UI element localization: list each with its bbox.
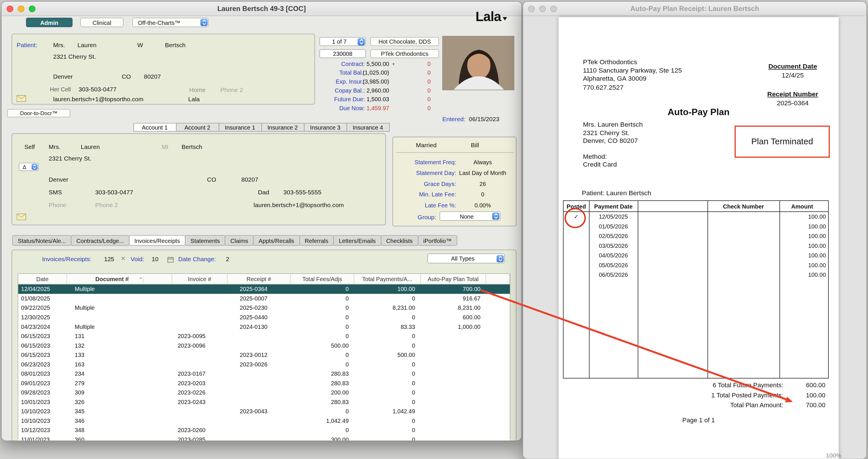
city-field[interactable]: Denver — [53, 73, 73, 80]
col-document[interactable]: Document # ⌃ — [67, 274, 173, 284]
billing-value[interactable]: Last Day of Month — [457, 168, 508, 178]
billing-value[interactable]: 26 — [457, 179, 508, 190]
phone1-field[interactable]: 303-503-0477 — [79, 86, 117, 93]
section-tab[interactable]: Claims — [225, 235, 254, 245]
record-nav-dropdown[interactable]: 1 of 7 — [319, 37, 366, 46]
invoice-row[interactable]: 09/22/2025 Multiple 2025-0230 0 8,231.00… — [18, 303, 510, 313]
invoice-row[interactable]: 12/04/2025 Multiple 2025-0364 0 100.00 7… — [18, 284, 510, 294]
billing-value[interactable]: Always — [457, 157, 508, 168]
group-dropdown[interactable]: None — [439, 211, 500, 221]
phone2-field[interactable]: Phone 2 — [220, 86, 243, 93]
billing-value[interactable]: 0 — [457, 190, 508, 200]
section-tab[interactable]: Appts/Recalls — [253, 235, 300, 245]
phone3-field[interactable]: Phone 2 — [95, 201, 118, 208]
invoice-row[interactable]: 11/01/2023 360 2023-0285 300.00 0 — [18, 435, 510, 441]
invoice-row[interactable]: 01/08/2025 2025-0007 0 0 916.67 — [18, 294, 510, 303]
section-tab[interactable]: Letters/Emails — [333, 235, 381, 245]
section-tab[interactable]: Statements — [185, 235, 225, 245]
patient-label: Patient: — [17, 41, 37, 48]
col-autopay[interactable]: Auto-Pay Plan Total — [421, 274, 486, 284]
email-field[interactable]: lauren.bertsch+1@topsortho.com — [253, 201, 344, 208]
col-fees[interactable]: Total Fees/Adjs — [290, 274, 354, 284]
col-payments[interactable]: Total Payments/A... — [354, 274, 421, 284]
zip-field[interactable]: 80207 — [241, 176, 258, 183]
first-name-field[interactable]: Lauren — [78, 41, 97, 48]
invoice-row[interactable]: 09/01/2023 279 2023-0203 280.83 0 — [18, 379, 510, 388]
first-name-field[interactable]: Lauren — [81, 143, 100, 150]
column-divider — [638, 201, 638, 378]
off-the-charts-dropdown[interactable]: Off-the-Charts™ — [132, 18, 209, 27]
col-invoice[interactable]: Invoice # — [172, 274, 227, 284]
address-selector-dropdown[interactable]: Δ — [19, 163, 39, 171]
tab-clinical[interactable]: Clinical — [80, 18, 123, 27]
account-tab[interactable]: Insurance 3 — [304, 123, 347, 132]
middle-name-field[interactable]: W — [137, 41, 143, 48]
invoice-row[interactable]: 10/10/2023 345 2023-0043 0 1,042.49 — [18, 407, 510, 416]
account-tab[interactable]: Insurance 2 — [261, 123, 304, 132]
chevron-up-down-icon — [32, 164, 38, 170]
last-name-field[interactable]: Bertsch — [165, 41, 185, 48]
relation-field[interactable]: Self — [24, 143, 35, 150]
financial-alt-value: 0 — [405, 59, 431, 68]
email-field[interactable]: lauren.bertsch+1@topsortho.com — [53, 96, 144, 102]
cell-payment-date: 04/05/2026 — [589, 251, 638, 260]
invoice-row[interactable]: 04/23/2024 Multiple 2024-0130 0 83.33 1,… — [18, 322, 510, 332]
section-tab[interactable]: Checklists — [381, 235, 418, 245]
billing-value[interactable]: 0.00% — [457, 200, 508, 211]
zip-field[interactable]: 80207 — [144, 73, 161, 80]
street-field[interactable]: 2321 Cherry St. — [53, 53, 96, 60]
phone1-type[interactable]: Her Cell — [50, 86, 71, 93]
invoice-row[interactable]: 06/15/2023 133 2023-0012 0 500.00 — [18, 350, 510, 360]
practice-button[interactable]: PTek Orthodontics — [370, 49, 439, 58]
last-name-field[interactable]: Bertsch — [182, 143, 202, 150]
patient-id-field[interactable]: 230008 — [319, 49, 366, 58]
desktop: Lauren Bertsch 49-3 [COC] Admin Clinical… — [0, 0, 868, 459]
phone1-field[interactable]: 303-503-0477 — [95, 189, 133, 195]
invoice-row[interactable]: 06/23/2023 163 2023-0026 0 0 — [18, 360, 510, 369]
preferred-name-field[interactable]: Lala — [188, 96, 200, 102]
phone2-type[interactable]: Dad — [258, 189, 269, 195]
section-tab[interactable]: Status/Notes/Ale... — [12, 235, 71, 245]
section-tab[interactable]: iPortfolio™ — [418, 235, 458, 245]
invoice-row[interactable]: 08/01/2023 234 2023-0167 280.83 0 — [18, 369, 510, 379]
invoice-row[interactable]: 06/15/2023 132 2023-0096 500.00 0 — [18, 341, 510, 351]
tab-admin[interactable]: Admin — [26, 18, 73, 27]
phone3-type[interactable]: Phone — [49, 201, 66, 208]
invoice-row[interactable]: 10/01/2023 326 2023-0243 280.83 0 — [18, 397, 510, 407]
state-field[interactable]: CO — [207, 176, 216, 183]
account-tab[interactable]: Account 2 — [176, 123, 219, 132]
invoice-row[interactable]: 09/28/2023 309 2023-0226 200.00 0 — [18, 388, 510, 397]
phone2-field[interactable]: 303-555-5555 — [283, 189, 321, 195]
patient-window: Lauren Bertsch 49-3 [COC] Admin Clinical… — [1, 1, 522, 441]
account-tab[interactable]: Insurance 4 — [346, 123, 390, 132]
street-field[interactable]: 2321 Cherry St. — [49, 155, 91, 162]
middle-name-field[interactable]: MI — [162, 143, 168, 150]
email-envelope-icon[interactable] — [17, 214, 26, 222]
invoice-row[interactable]: 10/10/2023 346 1,042.49 0 — [18, 416, 510, 426]
phone1-type[interactable]: SMS — [49, 189, 62, 195]
door-to-docr-button[interactable]: Door-to-Docr™ — [7, 109, 70, 118]
cell-amount: 100.00 — [779, 251, 829, 260]
type-filter-dropdown[interactable]: All Types — [427, 253, 505, 263]
salutation-field[interactable]: Mrs. — [49, 143, 60, 150]
total-label: 6 Total Future Payments: — [614, 380, 783, 390]
section-tab[interactable]: Contracts/Ledge... — [71, 235, 129, 245]
invoice-row[interactable]: 06/15/2023 131 2023-0095 0 0 — [18, 331, 510, 341]
invoice-row[interactable]: 10/12/2023 348 2023-0260 0 0 — [18, 425, 510, 435]
section-tab[interactable]: Referrals — [299, 235, 334, 245]
account-tab[interactable]: Insurance 1 — [218, 123, 261, 132]
phone2-type[interactable]: Home — [189, 86, 206, 93]
marital-status[interactable]: Married — [399, 142, 454, 149]
email-envelope-icon[interactable] — [17, 95, 26, 103]
col-receipt[interactable]: Receipt # — [227, 274, 290, 284]
doctor-button[interactable]: Hot Chocolate, DDS — [370, 37, 439, 46]
account-tab[interactable]: Account 1 — [133, 123, 176, 132]
col-date[interactable]: Date — [18, 274, 67, 284]
patient-photo[interactable] — [442, 36, 515, 90]
city-field[interactable]: Denver — [49, 176, 68, 183]
section-tab[interactable]: Invoices/Receipts — [129, 235, 185, 245]
cell-invoice — [172, 284, 227, 294]
invoice-row[interactable]: 12/30/2025 2025-0440 0 0 600.00 — [18, 313, 510, 322]
state-field[interactable]: CO — [122, 73, 131, 80]
salutation-field[interactable]: Mrs. — [53, 41, 65, 48]
